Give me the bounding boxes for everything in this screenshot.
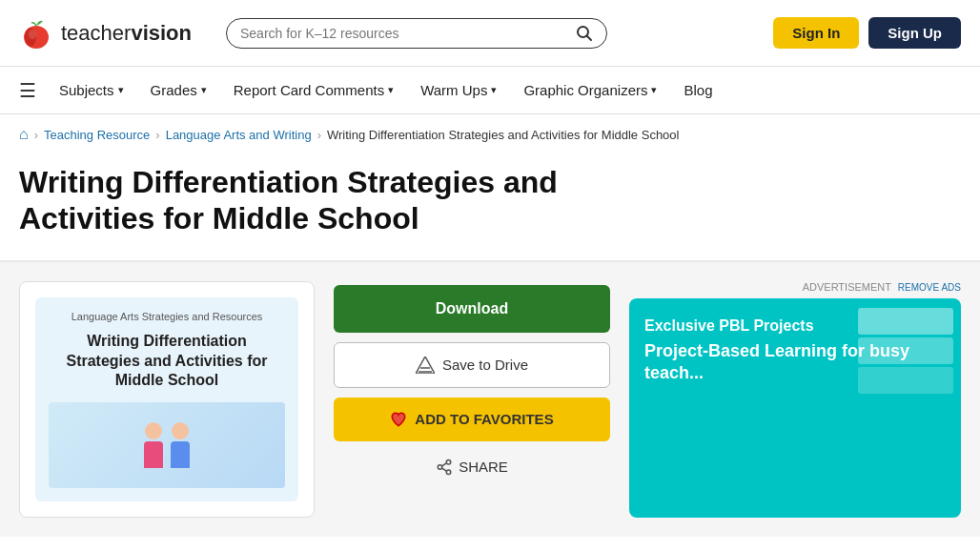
svg-line-12: [442, 468, 447, 471]
hamburger-button[interactable]: ☰: [19, 79, 36, 102]
search-button[interactable]: [576, 25, 593, 42]
signin-button[interactable]: Sign In: [773, 17, 859, 49]
logo[interactable]: teachervision: [19, 16, 192, 51]
figure-head-2: [172, 422, 189, 439]
chevron-down-icon: ▾: [491, 84, 497, 96]
header: teachervision Sign In Sign Up: [0, 0, 980, 67]
resource-card: Language Arts Strategies and Resources W…: [19, 281, 315, 518]
save-to-drive-button[interactable]: Save to Drive: [334, 342, 610, 388]
ad-panel: ADVERTISEMENT REMOVE ADS Exclusive PBL P…: [629, 281, 961, 518]
nav-bar: ☰ Subjects ▾ Grades ▾ Report Card Commen…: [0, 67, 980, 114]
sidebar-item-blog[interactable]: Blog: [672, 67, 724, 113]
sidebar-item-grades[interactable]: Grades ▾: [139, 67, 218, 113]
svg-point-8: [446, 459, 451, 464]
logo-apple-icon: [19, 16, 53, 51]
breadcrumb: ⌂ › Teaching Resource › Language Arts an…: [0, 114, 980, 154]
ad-label: ADVERTISEMENT REMOVE ADS: [629, 281, 961, 293]
search-bar: [226, 18, 607, 49]
breadcrumb-language-arts[interactable]: Language Arts and Writing: [166, 128, 312, 142]
resource-card-inner: Language Arts Strategies and Resources W…: [35, 297, 298, 501]
content-area: Language Arts Strategies and Resources W…: [0, 262, 980, 537]
share-icon: [436, 459, 453, 476]
hamburger-icon: ☰: [19, 79, 36, 102]
svg-line-4: [586, 35, 591, 40]
svg-line-11: [442, 463, 447, 466]
sidebar-item-graphic-organizers[interactable]: Graphic Organizers ▾: [512, 67, 668, 113]
auth-buttons: Sign In Sign Up: [773, 17, 961, 49]
sidebar-item-subjects[interactable]: Subjects ▾: [48, 67, 135, 113]
home-icon[interactable]: ⌂: [19, 126, 29, 143]
action-panel: Download Save to Drive ADD TO FAVORITES: [334, 281, 610, 518]
chevron-down-icon: ▾: [201, 84, 207, 96]
ad-card: Exclusive PBL Projects Project-Based Lea…: [629, 298, 961, 518]
figure-body-2: [171, 441, 190, 468]
figure-head-1: [145, 422, 162, 439]
share-button[interactable]: SHARE: [334, 451, 610, 483]
breadcrumb-current: Writing Differentiation Strategies and A…: [327, 128, 679, 142]
add-to-favorites-button[interactable]: ADD TO FAVORITES: [334, 398, 610, 441]
ad-card-images: [858, 308, 953, 394]
search-input[interactable]: [240, 26, 568, 41]
download-button[interactable]: Download: [334, 285, 610, 333]
logo-text: teachervision: [61, 21, 192, 46]
svg-point-2: [29, 30, 36, 39]
breadcrumb-sep-1: ›: [34, 128, 38, 142]
search-icon: [576, 25, 593, 42]
drive-icon: [416, 357, 435, 374]
sidebar-item-report-card[interactable]: Report Card Comments ▾: [222, 67, 405, 113]
svg-point-10: [446, 470, 451, 475]
breadcrumb-sep-2: ›: [155, 128, 159, 142]
page-title: Writing Differentiation Strategies and A…: [19, 164, 686, 237]
chevron-down-icon: ▾: [651, 84, 657, 96]
signup-button[interactable]: Sign Up: [868, 17, 961, 49]
sidebar-item-warm-ups[interactable]: Warm Ups ▾: [409, 67, 508, 113]
resource-card-title: Writing Differentiation Strategies and A…: [49, 332, 285, 391]
resource-card-label: Language Arts Strategies and Resources: [49, 311, 285, 322]
resource-card-illustration: [49, 402, 285, 488]
chevron-down-icon: ▾: [388, 84, 394, 96]
svg-point-9: [438, 465, 442, 470]
heart-icon: [390, 411, 407, 428]
page-title-area: Writing Differentiation Strategies and A…: [0, 154, 980, 262]
figure-body-1: [144, 441, 163, 468]
remove-ads-button[interactable]: REMOVE ADS: [898, 282, 961, 293]
chevron-down-icon: ▾: [118, 84, 124, 96]
breadcrumb-sep-3: ›: [317, 128, 321, 142]
breadcrumb-teaching-resource[interactable]: Teaching Resource: [44, 128, 150, 142]
